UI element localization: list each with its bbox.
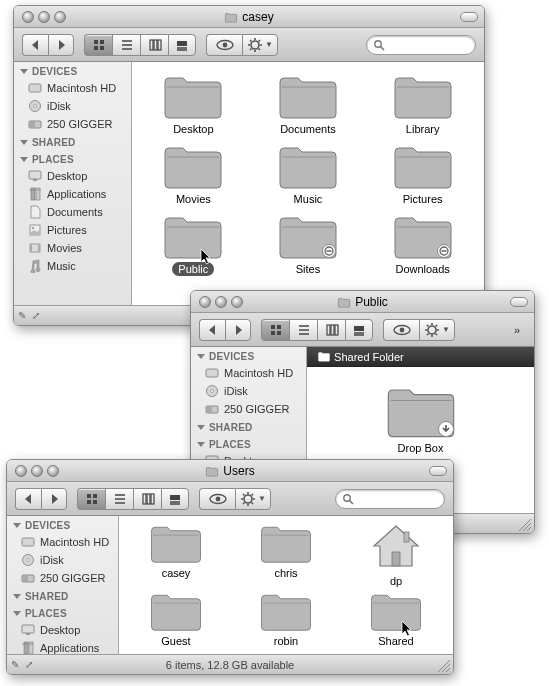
sidebar-item-idisk[interactable]: iDisk xyxy=(191,382,306,400)
resize-grip-icon[interactable] xyxy=(519,519,531,531)
finder-window-casey[interactable]: casey ▼ DEVICES Macintosh HD iDisk xyxy=(13,5,485,326)
close-button[interactable] xyxy=(199,296,211,308)
back-button[interactable] xyxy=(22,34,48,56)
folder-item[interactable]: Pictures xyxy=(378,142,468,206)
icon-view-button[interactable] xyxy=(261,319,289,341)
minimize-button[interactable] xyxy=(215,296,227,308)
folder-item[interactable]: Movies xyxy=(148,142,238,206)
close-button[interactable] xyxy=(15,465,27,477)
search-input[interactable] xyxy=(357,493,438,505)
sidebar-item-applications[interactable]: Applications xyxy=(14,185,131,203)
folder-item[interactable]: Documents xyxy=(263,72,353,136)
action-menu-button[interactable]: ▼ xyxy=(235,488,271,510)
column-view-button[interactable] xyxy=(133,488,161,510)
idisk-icon xyxy=(205,384,219,398)
toolbar-toggle-button[interactable] xyxy=(429,466,447,476)
toolbar-overflow-button[interactable]: » xyxy=(508,319,526,341)
folder-icon xyxy=(278,142,338,190)
forward-button[interactable] xyxy=(48,34,74,56)
sidebar-section-shared[interactable]: SHARED xyxy=(191,418,306,435)
sidebar-item-desktop[interactable]: Desktop xyxy=(7,621,118,639)
sidebar-section-devices[interactable]: DEVICES xyxy=(191,347,306,364)
finder-window-users[interactable]: Users ▼ DEVICES Macintosh HD iDisk xyxy=(6,459,454,675)
sidebar-item-250-gigger[interactable]: 250 GIGGER xyxy=(191,400,306,418)
sidebar-item-applications[interactable]: Applications xyxy=(7,639,118,654)
folder-item[interactable]: Library xyxy=(378,72,468,136)
sidebar-section-places[interactable]: PLACES xyxy=(7,604,118,621)
desktop-icon xyxy=(21,623,35,637)
search-field[interactable] xyxy=(366,35,476,55)
resize-grip-icon[interactable] xyxy=(438,660,450,672)
action-menu-button[interactable]: ▼ xyxy=(419,319,455,341)
sidebar-item-idisk[interactable]: iDisk xyxy=(7,551,118,569)
back-button[interactable] xyxy=(199,319,225,341)
folder-item[interactable]: Shared xyxy=(351,590,441,648)
sidebar-item-desktop[interactable]: Desktop xyxy=(14,167,131,185)
disclosure-triangle-icon xyxy=(13,523,21,528)
toolbar-toggle-button[interactable] xyxy=(460,12,478,22)
folder-item[interactable]: Public xyxy=(148,212,238,276)
search-input[interactable] xyxy=(388,39,469,51)
toolbar-toggle-button[interactable] xyxy=(510,297,528,307)
sidebar-item-macintosh-hd[interactable]: Macintosh HD xyxy=(191,364,306,382)
zoom-button[interactable] xyxy=(47,465,59,477)
coverflow-view-button[interactable] xyxy=(161,488,189,510)
forward-button[interactable] xyxy=(41,488,67,510)
quicklook-button[interactable] xyxy=(206,34,242,56)
folder-item[interactable]: Music xyxy=(263,142,353,206)
sidebar-item-movies[interactable]: Movies xyxy=(14,239,131,257)
folder-item[interactable]: Drop Box xyxy=(376,383,466,455)
icon-view-button[interactable] xyxy=(84,34,112,56)
sidebar-item-macintosh-hd[interactable]: Macintosh HD xyxy=(7,533,118,551)
column-view-button[interactable] xyxy=(140,34,168,56)
disclosure-triangle-icon xyxy=(13,611,21,616)
sidebar-item-pictures[interactable]: Pictures xyxy=(14,221,131,239)
titlebar[interactable]: casey xyxy=(14,6,484,28)
minimize-button[interactable] xyxy=(31,465,43,477)
list-view-button[interactable] xyxy=(105,488,133,510)
titlebar[interactable]: Users xyxy=(7,460,453,482)
sidebar-item-idisk[interactable]: iDisk xyxy=(14,97,131,115)
zoom-button[interactable] xyxy=(54,11,66,23)
sidebar-section-devices[interactable]: DEVICES xyxy=(14,62,131,79)
close-button[interactable] xyxy=(22,11,34,23)
folder-item[interactable]: Downloads xyxy=(378,212,468,276)
folder-item[interactable]: chris xyxy=(241,522,331,588)
folder-item[interactable]: Sites xyxy=(263,212,353,276)
folder-item[interactable]: Desktop xyxy=(148,72,238,136)
coverflow-view-button[interactable] xyxy=(168,34,196,56)
minimize-button[interactable] xyxy=(38,11,50,23)
folder-item[interactable]: Guest xyxy=(131,590,221,648)
external-drive-icon xyxy=(205,402,219,416)
forward-button[interactable] xyxy=(225,319,251,341)
quicklook-button[interactable] xyxy=(383,319,419,341)
sidebar-item-250-gigger[interactable]: 250 GIGGER xyxy=(7,569,118,587)
sidebar-item-250-gigger[interactable]: 250 GIGGER xyxy=(14,115,131,133)
sidebar-item-documents[interactable]: Documents xyxy=(14,203,131,221)
search-field[interactable] xyxy=(335,489,445,509)
zoom-button[interactable] xyxy=(231,296,243,308)
quicklook-button[interactable] xyxy=(199,488,235,510)
sidebar-item-music[interactable]: Music xyxy=(14,257,131,275)
sidebar-section-devices[interactable]: DEVICES xyxy=(7,516,118,533)
icon-view-button[interactable] xyxy=(77,488,105,510)
list-view-button[interactable] xyxy=(289,319,317,341)
sidebar-section-places[interactable]: PLACES xyxy=(14,150,131,167)
content-area[interactable]: Desktop Documents Library Movies Music P… xyxy=(132,62,484,305)
sidebar-section-shared[interactable]: SHARED xyxy=(7,587,118,604)
content-area[interactable]: casey chris dp Guest robin Shared xyxy=(119,516,453,654)
list-view-button[interactable] xyxy=(112,34,140,56)
sidebar-section-places[interactable]: PLACES xyxy=(191,435,306,452)
sidebar: DEVICES Macintosh HD iDisk 250 GIGGER SH… xyxy=(7,516,119,654)
folder-icon xyxy=(393,142,453,190)
sidebar-item-macintosh-hd[interactable]: Macintosh HD xyxy=(14,79,131,97)
folder-item[interactable]: robin xyxy=(241,590,331,648)
back-button[interactable] xyxy=(15,488,41,510)
folder-item[interactable]: casey xyxy=(131,522,221,588)
sidebar-section-shared[interactable]: SHARED xyxy=(14,133,131,150)
coverflow-view-button[interactable] xyxy=(345,319,373,341)
titlebar[interactable]: Public xyxy=(191,291,534,313)
action-menu-button[interactable]: ▼ xyxy=(242,34,278,56)
column-view-button[interactable] xyxy=(317,319,345,341)
home-folder-item[interactable]: dp xyxy=(351,522,441,588)
